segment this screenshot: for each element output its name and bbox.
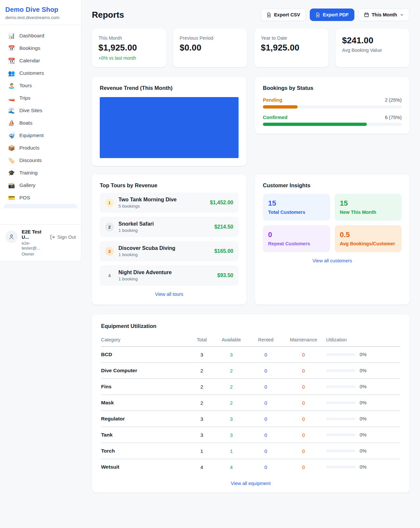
cell-maintenance: 0 xyxy=(282,432,325,438)
sidebar-item-pos[interactable]: 💳 POS xyxy=(4,192,77,204)
utilization-track xyxy=(326,385,356,388)
sign-out-label: Sign Out xyxy=(57,234,76,240)
sidebar-item-products[interactable]: 📦 Products xyxy=(4,142,77,154)
cell-category: BCD xyxy=(101,352,190,357)
credit-card-icon: 💳 xyxy=(8,195,15,201)
table-row: Wetsuit 4 4 0 0 0% xyxy=(101,459,400,475)
sidebar-item-training[interactable]: 🎓 Training xyxy=(4,167,77,179)
sidebar-item-bookings[interactable]: 📅 Bookings xyxy=(4,42,77,54)
sidebar-item-label: Dashboard xyxy=(19,33,44,39)
cell-maintenance: 0 xyxy=(282,464,325,470)
page-header: Reports Export CSV Export PDF xyxy=(92,9,410,21)
tour-bookings: 1 booking xyxy=(118,228,210,233)
package-icon: 📦 xyxy=(8,145,15,151)
cell-rented: 0 xyxy=(249,464,282,470)
cell-maintenance: 0 xyxy=(282,368,325,374)
sidebar-nav: 📊 Dashboard 📅 Bookings 📆 Calendar 👥 Cust… xyxy=(0,25,81,224)
sidebar-item-gallery[interactable]: 📸 Gallery xyxy=(4,179,77,192)
user-email: e2e-tester@... xyxy=(22,241,46,251)
export-csv-button[interactable]: Export CSV xyxy=(261,9,306,21)
tile-label: New This Month xyxy=(340,210,397,215)
stat-value: $1,925.00 xyxy=(98,43,159,53)
file-download-icon xyxy=(315,12,320,17)
stat-label: Year to Date xyxy=(261,35,322,41)
export-csv-label: Export CSV xyxy=(274,12,300,17)
sidebar-item-label: Dive Sites xyxy=(19,108,42,113)
stat-card-previous-period: Previous Period $0.00 xyxy=(173,29,247,67)
tour-amount: $165.00 xyxy=(214,248,233,254)
sidebar-item-calendar[interactable]: 📆 Calendar xyxy=(4,54,77,67)
tour-amount: $93.50 xyxy=(217,273,233,278)
utilization-percent: 0% xyxy=(360,400,367,405)
sidebar: Demo Dive Shop demo.test.divestreams.com… xyxy=(0,0,81,261)
tour-amount: $1,452.00 xyxy=(210,200,233,206)
tour-row: 2 Snorkel Safari 1 booking $214.50 xyxy=(100,217,239,237)
utilization-percent: 0% xyxy=(360,432,367,437)
user-meta: E2E Test U... e2e-tester@... Owner xyxy=(22,229,46,256)
sidebar-item-equipment[interactable]: 🤿 Equipment xyxy=(4,129,77,142)
export-pdf-button[interactable]: Export PDF xyxy=(310,9,354,21)
sidebar-item-label: Discounts xyxy=(19,157,42,163)
header-actions: Export CSV Export PDF xyxy=(261,9,410,21)
period-dropdown[interactable]: This Month xyxy=(358,9,410,21)
cell-total: 2 xyxy=(190,400,213,406)
calendar-icon: 📆 xyxy=(8,58,15,64)
stat-card-avg-booking: $241.00 Avg Booking Value xyxy=(336,29,410,67)
sidebar-item-dashboard[interactable]: 📊 Dashboard xyxy=(4,30,77,42)
status-count-pending: 2 (25%) xyxy=(385,97,402,103)
sidebar-item-boats[interactable]: ⛵ Boats xyxy=(4,117,77,129)
top-tours-card: Top Tours by Revenue 1 Two Tank Morning … xyxy=(92,174,246,305)
sidebar-item-dive-sites[interactable]: 🌊 Dive Sites xyxy=(4,104,77,117)
top-tours-title: Top Tours by Revenue xyxy=(100,182,239,189)
stat-value: $1,925.00 xyxy=(261,43,322,53)
tile-label: Total Customers xyxy=(268,210,325,215)
tile-total-customers: 15 Total Customers xyxy=(263,194,330,221)
utilization-track xyxy=(326,434,356,436)
insights-row: Top Tours by Revenue 1 Two Tank Morning … xyxy=(92,174,410,305)
cell-total: 3 xyxy=(190,416,213,422)
customer-insights-title: Customer Insights xyxy=(263,182,402,189)
table-header-row: Category Total Available Rented Maintena… xyxy=(101,334,400,347)
cell-available: 2 xyxy=(213,384,249,390)
cell-utilization: 0% xyxy=(325,368,400,373)
sidebar-item-discounts[interactable]: 🏷️ Discounts xyxy=(4,154,77,167)
tour-name: Two Tank Morning Dive xyxy=(118,197,205,203)
brand-block: Demo Dive Shop demo.test.divestreams.com xyxy=(0,0,81,25)
person-icon xyxy=(8,234,15,240)
equipment-utilization-card: Equipment Utilization Category Total Ava… xyxy=(92,315,410,493)
progress-fill-pending xyxy=(263,105,298,109)
revenue-trend-chart xyxy=(100,97,239,158)
tile-avg-bookings: 0.5 Avg Bookings/Customer xyxy=(335,225,402,252)
cell-rented: 0 xyxy=(249,368,282,374)
avatar xyxy=(5,231,18,243)
view-all-customers-link[interactable]: View all customers xyxy=(263,258,402,263)
rank-badge: 1 xyxy=(105,198,114,207)
cell-available: 3 xyxy=(213,432,249,438)
camera-icon: 📸 xyxy=(8,183,15,188)
sidebar-item-customers[interactable]: 👥 Customers xyxy=(4,67,77,79)
user-name: E2E Test U... xyxy=(22,229,46,240)
stats-row: This Month $1,925.00 +0% vs last month P… xyxy=(92,29,410,67)
utilization-track xyxy=(326,466,356,468)
tag-icon: 🏷️ xyxy=(8,158,15,163)
sidebar-item-reports-partial[interactable] xyxy=(4,204,77,208)
sign-out-button[interactable]: Sign Out xyxy=(50,234,76,240)
wave-icon: 🌊 xyxy=(8,108,15,113)
sidebar-item-trips[interactable]: 🚤 Trips xyxy=(4,92,77,104)
view-all-equipment-link[interactable]: View all equipment xyxy=(101,481,400,486)
table-row: Mask 2 2 0 0 0% xyxy=(101,395,400,411)
cell-maintenance: 0 xyxy=(282,448,325,454)
sidebar-item-tours[interactable]: 🏝️ Tours xyxy=(4,79,77,92)
cell-category: Regulator xyxy=(101,416,190,422)
status-label-pending: Pending xyxy=(263,97,282,103)
cell-category: Dive Computer xyxy=(101,368,190,374)
utilization-track xyxy=(326,417,356,420)
column-header: Utilization xyxy=(325,337,400,342)
cell-available: 3 xyxy=(213,352,249,357)
cell-category: Torch xyxy=(101,448,190,454)
cell-total: 2 xyxy=(190,384,213,390)
stat-value: $241.00 xyxy=(342,35,403,46)
cell-maintenance: 0 xyxy=(282,400,325,406)
stat-label: Avg Booking Value xyxy=(342,48,403,53)
view-all-tours-link[interactable]: View all tours xyxy=(100,292,239,297)
